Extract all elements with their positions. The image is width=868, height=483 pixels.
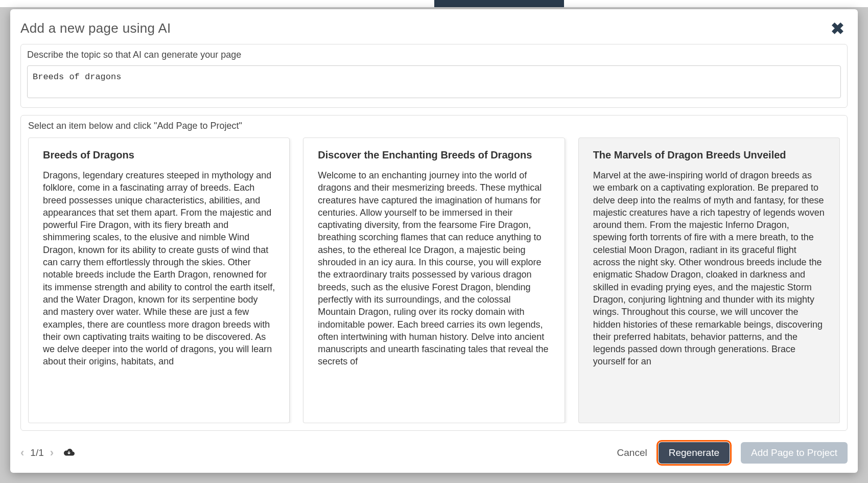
card-body: Welcome to an enchanting journey into th… <box>318 169 550 368</box>
close-icon[interactable]: ✖ <box>828 20 848 37</box>
card-title: Breeds of Dragons <box>43 149 275 161</box>
suggestion-card-2[interactable]: The Marvels of Dragon Breeds Unveiled Ma… <box>578 137 840 423</box>
modal-title: Add a new page using AI <box>20 20 171 36</box>
regenerate-button[interactable]: Regenerate <box>659 442 730 464</box>
ai-page-modal: Add a new page using AI ✖ Describe the t… <box>10 9 858 473</box>
describe-label: Describe the topic so that AI can genera… <box>27 50 841 60</box>
prev-page-icon[interactable]: ‹ <box>20 446 24 459</box>
card-title: Discover the Enchanting Breeds of Dragon… <box>318 149 550 161</box>
describe-section: Describe the topic so that AI can genera… <box>20 44 848 108</box>
download-cloud-icon[interactable] <box>63 446 75 459</box>
pager: ‹ 1/1 › <box>20 446 75 459</box>
page-indicator: 1/1 <box>30 447 43 458</box>
modal-footer: ‹ 1/1 › Cancel Regenerate Add Page to Pr… <box>20 431 848 464</box>
add-page-button[interactable]: Add Page to Project <box>741 442 848 464</box>
next-page-icon[interactable]: › <box>50 446 54 459</box>
card-title: The Marvels of Dragon Breeds Unveiled <box>593 149 825 161</box>
footer-buttons: Cancel Regenerate Add Page to Project <box>617 442 848 464</box>
select-section: Select an item below and click "Add Page… <box>20 115 848 431</box>
cancel-button[interactable]: Cancel <box>617 447 647 458</box>
suggestion-card-1[interactable]: Discover the Enchanting Breeds of Dragon… <box>303 137 565 423</box>
select-label: Select an item below and click "Add Page… <box>28 121 840 131</box>
cards-row: Breeds of Dragons Dragons, legendary cre… <box>28 137 840 423</box>
modal-header: Add a new page using AI ✖ <box>20 20 848 37</box>
card-body: Dragons, legendary creatures steeped in … <box>43 169 275 368</box>
topic-input[interactable] <box>27 65 841 98</box>
card-body: Marvel at the awe-inspiring world of dra… <box>593 169 825 368</box>
suggestion-card-0[interactable]: Breeds of Dragons Dragons, legendary cre… <box>28 137 290 423</box>
